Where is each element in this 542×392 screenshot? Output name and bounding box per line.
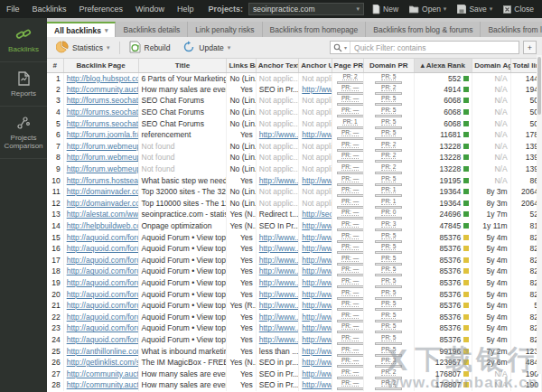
anchor-text-link[interactable]: http://www... — [259, 335, 299, 344]
anchor-text-link[interactable]: http://www... — [259, 176, 299, 185]
backlink-page-link[interactable]: http://blog.hubspot.com/bl... — [67, 74, 138, 83]
table-row[interactable]: 11http://domainvader.com/w...Top 32000 s… — [47, 186, 542, 198]
menu-item-preferences[interactable]: Preferences — [73, 5, 130, 14]
table-row[interactable]: 14http://helpbuildweb.com/p...Onpage opt… — [47, 220, 542, 232]
backlink-page-link[interactable]: http://forums.seochat.com... — [67, 96, 138, 105]
anchor-url-link[interactable]: http://www... — [302, 290, 332, 299]
backlink-page-link[interactable]: http://aquoid.com/foru... — [67, 335, 138, 344]
table-row[interactable]: 28http://community.auctivaco...How many … — [47, 379, 542, 391]
scrollbar-thumb[interactable] — [537, 57, 541, 115]
table-row[interactable]: 6http://forum.joomla.fr/sho...referencem… — [47, 129, 542, 141]
table-row[interactable]: 5http://forums.seochat.com...SEO Chat Fo… — [47, 117, 542, 129]
open-project-button[interactable]: Open ▾ — [406, 5, 449, 14]
menu-item-file[interactable]: File — [0, 5, 26, 14]
backlink-page-link[interactable]: http://forums.seochat.com... — [67, 119, 138, 128]
table-row[interactable]: 1http://blog.hubspot.com/bl...6 Parts of… — [47, 72, 542, 84]
backlink-page-link[interactable]: http://forum.joomla.fr/sho... — [67, 130, 138, 139]
table-row[interactable]: 2http://community.auctiva.c...How many s… — [47, 84, 542, 96]
sidebar-item-projects-comparison[interactable]: Projects Comparison — [0, 107, 47, 159]
table-row[interactable]: 12http://domainvader.com/w...Top 110000 … — [47, 198, 542, 210]
anchor-url-link[interactable]: http://www... — [302, 313, 332, 322]
table-row[interactable]: 22http://aquoid.com/forum/vi...Aquoid Fo… — [47, 311, 542, 322]
anchor-text-link[interactable]: http://www... — [259, 313, 299, 322]
backlink-page-link[interactable]: http://domainvader.com/w... — [67, 187, 138, 196]
rebuild-button[interactable]: Rebuild — [126, 39, 174, 57]
anchor-url-link[interactable]: http://seoi... — [302, 210, 332, 219]
anchor-text-link[interactable]: http://www... — [259, 256, 299, 265]
menu-item-window[interactable]: Window — [129, 5, 171, 14]
column-header-anchor-url[interactable]: Anchor URL — [299, 59, 332, 72]
backlink-page-link[interactable]: http://anthillonline.com/wh... — [67, 347, 138, 356]
backlink-page-link[interactable]: http://aquoid.com/forum/vi... — [67, 244, 138, 253]
table-row[interactable]: 23http://aquoid.com/forum/vi...Aquoid Fo… — [47, 322, 542, 334]
column-header-title[interactable]: Title — [138, 59, 227, 72]
backlink-page-link[interactable]: http://aquoid.com/forum/vi... — [67, 278, 138, 287]
menu-item-backlinks[interactable]: Backlinks — [26, 5, 73, 14]
backlink-page-link[interactable]: http://domainvader.com/w... — [67, 199, 138, 208]
table-row[interactable]: 20http://aquoid.com/forum/vi...Aquoid Fo… — [47, 288, 542, 300]
backlink-page-link[interactable]: http://getlinklist.com/show... — [67, 358, 138, 367]
backlink-page-link[interactable]: http://aquoid.com/forum/vi... — [67, 323, 138, 332]
backlink-page-link[interactable]: http://forum.webmeup.co... — [67, 153, 138, 162]
table-row[interactable]: 25http://anthillonline.com/wh...What is … — [47, 345, 542, 357]
column-header-domain-age[interactable]: Domain Age — [472, 59, 510, 72]
anchor-url-link[interactable]: http://www... — [302, 266, 332, 275]
tab-backlinks-details[interactable]: Backlinks details — [116, 22, 188, 37]
anchor-url-link[interactable]: http://www... — [302, 85, 332, 94]
tab-backlinks-from-link-directories[interactable]: Backlinks from link directories — [481, 22, 542, 37]
anchor-text-link[interactable]: http://www... — [259, 244, 299, 253]
project-select[interactable]: seoinpractice.com ▾ — [248, 3, 364, 15]
tab-all-backlinks[interactable]: All backlinks▾ — [47, 22, 116, 37]
table-row[interactable]: 9http://forum.webmeup.co...Not foundNo (… — [47, 163, 542, 175]
backlink-page-link[interactable]: http://aquoid.com/forum/vi... — [67, 301, 138, 310]
table-row[interactable]: 21http://aquoid.com/forum/vi...Aquoid Fo… — [47, 300, 542, 312]
column-header-backlink-page[interactable]: Backlink Page — [63, 59, 138, 72]
anchor-url-link[interactable]: http://www... — [302, 301, 332, 310]
backlink-page-link[interactable]: http://aquoid.com/forum/vi... — [67, 256, 138, 265]
tab-link-penalty-risks[interactable]: Link penalty risks — [188, 22, 262, 37]
backlink-page-link[interactable]: http://forum.webmeup.co... — [67, 142, 138, 151]
column-header-page-pr[interactable]: Page PR — [332, 59, 363, 72]
quick-filter-input[interactable] — [350, 42, 519, 53]
anchor-text-link[interactable]: http://www... — [259, 278, 299, 287]
column-header-domain-pr[interactable]: Domain PR — [363, 59, 414, 72]
search-mode-button[interactable]: ▾ — [331, 42, 350, 53]
close-project-button[interactable]: Close — [500, 5, 537, 14]
backlink-page-link[interactable]: http://aquoid.com/forum/vi... — [67, 313, 138, 322]
anchor-url-link[interactable]: http://www... — [302, 130, 332, 139]
statistics-button[interactable]: Statistics ▾ — [52, 39, 114, 57]
column-header-anchor-text[interactable]: Anchor Text — [256, 59, 298, 72]
menu-item-help[interactable]: Help — [171, 5, 201, 14]
anchor-text-link[interactable]: http://www... — [259, 233, 299, 242]
table-row[interactable]: 16http://aquoid.com/forum/vi...Aquoid Fo… — [47, 243, 542, 255]
table-row[interactable]: 8http://forum.webmeup.co...Not foundNo (… — [47, 152, 542, 163]
table-row[interactable]: 3http://forums.seochat.com...SEO Chat Fo… — [47, 95, 542, 107]
anchor-url-link[interactable]: http://www... — [302, 323, 332, 332]
backlink-page-link[interactable]: http://aquoid.com/forum/vi... — [67, 290, 138, 299]
anchor-text-link[interactable]: http://www... — [259, 323, 299, 332]
column-header-links-back[interactable]: Links Back — [227, 59, 256, 72]
backlink-page-link[interactable]: http://community.auctivaco... — [67, 369, 138, 378]
anchor-url-link[interactable]: http://www... — [302, 369, 332, 378]
backlink-page-link[interactable]: http://aquoid.com/forum/vi... — [67, 233, 138, 242]
tab-backlinks-from-homepage[interactable]: Backlinks from homepage — [263, 22, 367, 37]
anchor-url-link[interactable]: http://www... — [302, 278, 332, 287]
backlink-page-link[interactable]: http://community.auctiva.c... — [67, 85, 138, 94]
table-row[interactable]: 10http://forums.hostsearch.c...What basi… — [47, 174, 542, 186]
table-row[interactable]: 7http://forum.webmeup.co...Not foundNo (… — [47, 141, 542, 153]
new-project-button[interactable]: New — [369, 5, 401, 14]
backlink-page-link[interactable]: http://forum.webmeup.co... — [67, 164, 138, 173]
backlink-page-link[interactable]: http://forums.seochat.com... — [67, 107, 138, 117]
table-row[interactable]: 19http://aquoid.com/forum/vi...Aquoid Fo… — [47, 277, 542, 289]
backlink-page-link[interactable]: http://aquoid.com/forum/vi... — [67, 266, 138, 275]
backlink-page-link[interactable]: http://helpbuildweb.com/p... — [67, 221, 138, 230]
anchor-url-link[interactable]: http://www... — [302, 244, 332, 253]
anchor-url-link[interactable]: http://www... — [302, 221, 332, 230]
sidebar-item-reports[interactable]: Reports — [0, 62, 47, 107]
table-row[interactable]: 4http://forums.seochat.com...SEO Chat Fo… — [47, 107, 542, 118]
anchor-text-link[interactable]: http://www... — [259, 301, 299, 310]
table-row[interactable]: 17http://aquoid.com/forum/vi...Aquoid Fo… — [47, 255, 542, 266]
sidebar-item-backlinks[interactable]: Backlinks — [0, 18, 47, 62]
save-project-button[interactable]: Save ▾ — [454, 5, 495, 14]
anchor-text-link[interactable]: http://www... — [259, 266, 299, 275]
